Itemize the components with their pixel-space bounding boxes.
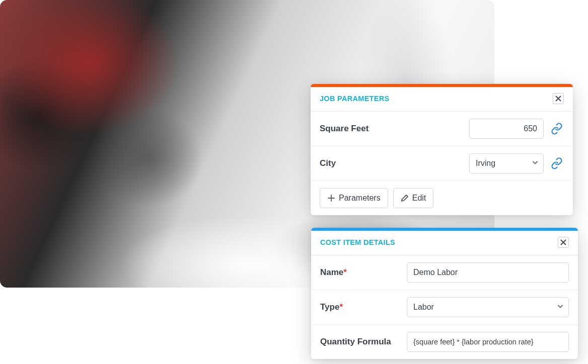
- link-icon: [551, 157, 563, 169]
- edit-button[interactable]: Edit: [393, 188, 434, 208]
- cost-item-details-title: COST ITEM DETAILS: [320, 238, 395, 246]
- name-input[interactable]: [407, 262, 569, 283]
- type-row: Type*: [311, 290, 578, 325]
- required-asterisk: *: [343, 267, 347, 277]
- link-icon: [551, 123, 563, 135]
- required-asterisk: *: [339, 302, 343, 312]
- quantity-formula-row: Quantity Formula: [311, 325, 578, 359]
- job-parameters-actions: Parameters Edit: [311, 181, 573, 215]
- edit-label: Edit: [412, 194, 426, 203]
- name-label-text: Name: [320, 267, 343, 277]
- edit-icon: [401, 194, 409, 202]
- quantity-formula-input[interactable]: [407, 332, 569, 352]
- city-select-value[interactable]: [469, 153, 544, 173]
- city-label: City: [320, 158, 463, 168]
- city-select[interactable]: [469, 153, 544, 173]
- close-button[interactable]: [553, 93, 564, 104]
- square-feet-row: Square Feet: [311, 112, 573, 146]
- name-label: Name*: [320, 267, 401, 278]
- add-parameters-button[interactable]: Parameters: [320, 188, 388, 208]
- panel-header: COST ITEM DETAILS: [311, 231, 578, 255]
- panel-header: JOB PARAMETERS: [311, 87, 573, 112]
- add-parameters-label: Parameters: [339, 194, 381, 203]
- quantity-formula-label: Quantity Formula: [320, 337, 401, 347]
- type-label-text: Type: [320, 302, 339, 312]
- cost-item-details-panel: COST ITEM DETAILS Name* Type* Quantity F…: [311, 228, 578, 359]
- type-select[interactable]: [407, 297, 569, 317]
- job-parameters-panel: JOB PARAMETERS Square Feet City Paramete…: [311, 84, 573, 215]
- close-icon: [560, 239, 566, 245]
- close-icon: [555, 96, 561, 102]
- close-button[interactable]: [558, 237, 569, 248]
- type-select-value[interactable]: [407, 297, 569, 317]
- link-button[interactable]: [550, 122, 564, 136]
- link-button[interactable]: [550, 156, 564, 170]
- type-label: Type*: [320, 302, 401, 312]
- square-feet-input[interactable]: [469, 119, 544, 139]
- plus-icon: [327, 194, 335, 202]
- square-feet-label: Square Feet: [320, 124, 463, 134]
- job-parameters-title: JOB PARAMETERS: [320, 95, 389, 103]
- name-row: Name*: [311, 255, 578, 290]
- city-row: City: [311, 146, 573, 181]
